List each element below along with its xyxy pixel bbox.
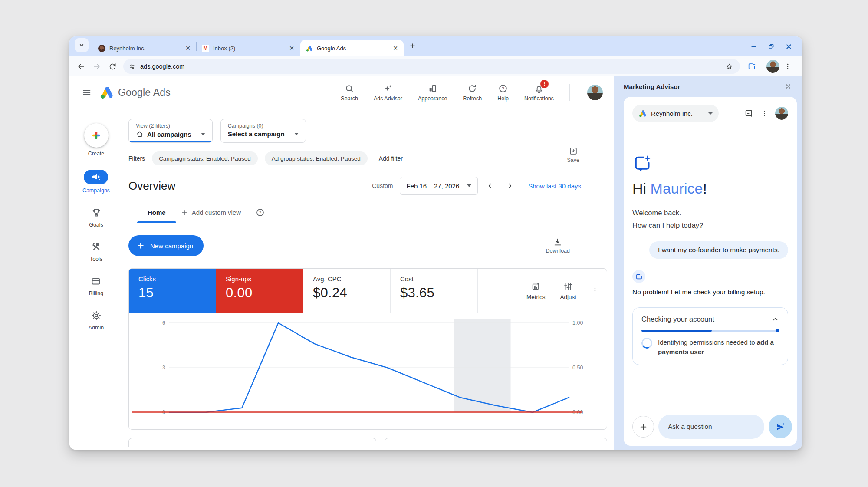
advisor-user-avatar[interactable] bbox=[775, 107, 788, 120]
refresh-icon bbox=[467, 84, 477, 93]
nav-refresh[interactable]: Refresh bbox=[463, 84, 482, 102]
nav-notifications[interactable]: ! Notifications bbox=[524, 84, 554, 102]
forward-button[interactable] bbox=[89, 59, 104, 74]
send-button[interactable] bbox=[769, 415, 792, 438]
add-custom-view-button[interactable]: Add custom view bbox=[181, 209, 241, 223]
tab-google-ads[interactable]: Google Ads ✕ bbox=[300, 40, 404, 56]
campaign-selector-value: Select a campaign bbox=[228, 130, 285, 138]
next-range-button[interactable] bbox=[502, 178, 518, 194]
rail-label: Admin bbox=[89, 325, 104, 331]
scorecard-value: 0.00 bbox=[226, 285, 294, 301]
ask-question-input[interactable] bbox=[658, 415, 764, 439]
back-button[interactable] bbox=[74, 59, 89, 74]
tab-inbox[interactable]: M Inbox (2) ✕ bbox=[197, 40, 300, 56]
notification-badge: ! bbox=[540, 80, 549, 88]
tab-close-icon[interactable]: ✕ bbox=[184, 44, 192, 52]
url-text[interactable]: ads.google.com bbox=[140, 63, 717, 70]
nav-label: Ads Advisor bbox=[374, 95, 402, 102]
tab-reynholm[interactable]: Reynholm Inc. ✕ bbox=[93, 40, 196, 56]
campaign-selector[interactable]: Campaigns (0) Select a campaign bbox=[220, 119, 306, 143]
close-icon[interactable] bbox=[785, 43, 792, 50]
tabs-help-icon[interactable]: ? bbox=[256, 208, 265, 224]
tab-close-icon[interactable]: ✕ bbox=[288, 44, 296, 52]
download-icon bbox=[553, 237, 562, 247]
scorecard-signups[interactable]: Sign-ups 0.00 bbox=[216, 269, 303, 313]
partial-card bbox=[128, 438, 376, 447]
new-chat-icon[interactable] bbox=[744, 109, 754, 118]
nav-ads-advisor[interactable]: Ads Advisor bbox=[374, 84, 402, 102]
advisor-chat-card: Reynholm Inc. bbox=[624, 97, 797, 446]
rail-item-admin[interactable]: Admin bbox=[89, 309, 104, 331]
hamburger-menu-icon[interactable] bbox=[77, 83, 96, 102]
account-avatar[interactable] bbox=[587, 85, 603, 100]
show-last-30-days-link[interactable]: Show last 30 days bbox=[528, 182, 581, 190]
view-selector[interactable]: View (2 filters) All campaigns bbox=[128, 119, 213, 143]
range-type-label: Custom bbox=[372, 182, 393, 189]
add-filter-button[interactable]: Add filter bbox=[379, 155, 403, 162]
advisor-close-icon[interactable] bbox=[782, 80, 794, 92]
advisor-welcome: Welcome back. How can I help today? bbox=[632, 207, 788, 232]
site-settings-icon[interactable] bbox=[128, 63, 136, 70]
performance-chart[interactable]: 61.0030.5000.00 bbox=[129, 313, 607, 429]
scorecard-clicks[interactable]: Clicks 15 bbox=[129, 269, 216, 313]
nav-search[interactable]: Search bbox=[341, 84, 358, 102]
caret-down-icon bbox=[294, 133, 299, 135]
nav-appearance[interactable]: Appearance bbox=[418, 84, 447, 102]
download-button[interactable]: Download bbox=[546, 237, 570, 254]
new-campaign-button[interactable]: New campaign bbox=[128, 235, 204, 256]
card-overflow-menu-icon[interactable] bbox=[591, 287, 599, 295]
scorecard-cost[interactable]: Cost $3.65 bbox=[391, 269, 478, 313]
url-bar[interactable]: ads.google.com bbox=[123, 59, 740, 74]
tab-home[interactable]: Home bbox=[148, 209, 166, 223]
new-tab-button[interactable] bbox=[406, 39, 418, 52]
save-button[interactable]: Save bbox=[567, 146, 580, 163]
browser-menu-icon[interactable] bbox=[780, 59, 795, 74]
search-icon bbox=[345, 84, 354, 93]
task-progress-bar bbox=[641, 330, 779, 332]
overview-main: View (2 filters) All campaigns Campaigns… bbox=[123, 109, 614, 450]
side-panel-advisor-icon[interactable] bbox=[744, 59, 759, 74]
rail-label: Goals bbox=[89, 222, 103, 228]
scorecard-value: $0.24 bbox=[313, 285, 381, 301]
previous-range-button[interactable] bbox=[482, 178, 498, 194]
google-ads-favicon bbox=[306, 45, 313, 52]
filter-chip-campaign-status[interactable]: Campaign status: Enabled, Paused bbox=[152, 151, 258, 165]
advisor-menu-icon[interactable] bbox=[761, 110, 768, 117]
nav-help[interactable]: ? Help bbox=[497, 84, 509, 102]
caret-down-icon bbox=[201, 133, 205, 135]
scorecard-avg-cpc[interactable]: Avg. CPC $0.24 bbox=[303, 269, 391, 313]
add-custom-view-label: Add custom view bbox=[192, 209, 241, 216]
metrics-button[interactable]: Metrics bbox=[526, 282, 546, 300]
svg-text:0.50: 0.50 bbox=[572, 365, 583, 371]
create-plus-icon[interactable] bbox=[84, 123, 108, 148]
rail-label: Tools bbox=[90, 256, 102, 262]
filter-chip-adgroup-status[interactable]: Ad group status: Enabled, Paused bbox=[265, 151, 368, 165]
date-range-picker[interactable]: Feb 16 – 27, 2026 bbox=[400, 177, 478, 195]
browser-profile-avatar[interactable] bbox=[766, 60, 779, 73]
notifications-bell-icon: ! bbox=[534, 84, 544, 93]
caret-down-icon bbox=[708, 112, 713, 115]
attach-plus-button[interactable] bbox=[632, 416, 654, 438]
rail-item-goals[interactable]: Goals bbox=[89, 207, 103, 228]
home-icon bbox=[136, 130, 144, 138]
reload-button[interactable] bbox=[105, 59, 120, 74]
restore-icon[interactable] bbox=[768, 43, 775, 50]
minimize-icon[interactable] bbox=[750, 43, 757, 50]
scorecard-row: Clicks 15 Sign-ups 0.00 Avg. CPC $0.24 bbox=[129, 269, 607, 313]
rail-item-campaigns[interactable]: Campaigns bbox=[82, 170, 110, 194]
tab-close-icon[interactable]: ✕ bbox=[391, 44, 399, 52]
rail-item-tools[interactable]: Tools bbox=[90, 241, 102, 262]
tab-search-button[interactable] bbox=[75, 38, 89, 52]
rail-item-create[interactable]: Create bbox=[84, 123, 108, 157]
svg-text:?: ? bbox=[259, 210, 261, 215]
tools-icon bbox=[91, 241, 102, 253]
bookmark-star-icon[interactable] bbox=[722, 59, 736, 74]
adjust-button[interactable]: Adjust bbox=[560, 282, 576, 300]
adjust-sliders-icon bbox=[563, 282, 573, 291]
save-icon bbox=[569, 146, 578, 156]
google-ads-logo-icon bbox=[99, 85, 114, 100]
rail-item-billing[interactable]: Billing bbox=[89, 275, 103, 296]
advisor-account-selector[interactable]: Reynholm Inc. bbox=[632, 105, 719, 122]
advisor-sparkle-chat-icon bbox=[632, 153, 788, 173]
collapse-chevron-icon[interactable] bbox=[772, 316, 779, 323]
